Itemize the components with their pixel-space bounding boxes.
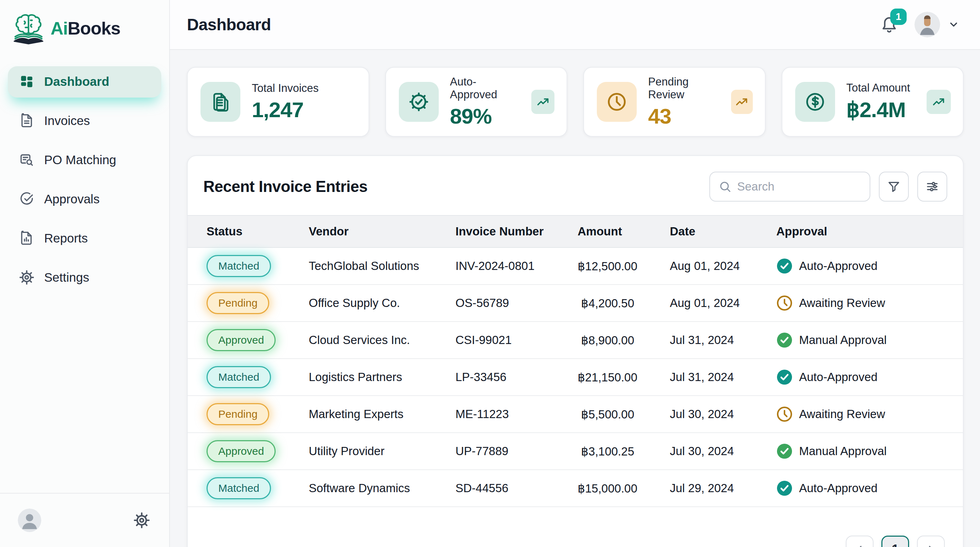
approval-status-icon xyxy=(776,406,793,422)
user-avatar[interactable] xyxy=(18,509,41,532)
gear-icon xyxy=(19,270,34,285)
gear-icon[interactable] xyxy=(134,512,150,528)
approval-label: Manual Approval xyxy=(799,333,887,347)
stat-card-pending-review: Pending Review 43 xyxy=(583,67,765,137)
table-row[interactable]: Matched Logistics Partners LP-33456 ฿21,… xyxy=(188,359,963,396)
check-circle-filled-icon xyxy=(776,369,793,385)
stat-label: Auto-Approved xyxy=(450,75,520,101)
check-circle-filled-icon xyxy=(776,258,793,274)
col-header-vendor: Vendor xyxy=(309,225,455,238)
stat-card-total-invoices: Total Invoices 1,247 xyxy=(187,67,369,137)
table-row[interactable]: Approved Cloud Services Inc. CSI-99021 ฿… xyxy=(188,322,963,359)
amount-cell: ฿12,500.00 xyxy=(578,259,670,273)
main-content: Total Invoices 1,247 Auto-Approved 89% xyxy=(170,50,980,547)
top-header: Dashboard 1 xyxy=(170,0,980,50)
sidebar-item-label: Invoices xyxy=(44,114,90,128)
recent-invoices-panel: Recent Invoice Entries Status Vendor Inv… xyxy=(187,155,964,547)
page-1-button[interactable]: 1 xyxy=(881,536,909,547)
approval-status-icon xyxy=(776,332,793,348)
advanced-filter-button[interactable] xyxy=(917,172,947,202)
stat-card-total-amount: Total Amount ฿2.4M xyxy=(782,67,964,137)
pagination: 1 xyxy=(188,507,963,547)
user-menu[interactable] xyxy=(915,12,959,37)
approval-label: Auto-Approved xyxy=(799,259,877,273)
col-header-invoice-number: Invoice Number xyxy=(455,225,578,238)
badge-check-icon xyxy=(399,82,439,122)
stat-value: 1,247 xyxy=(252,98,319,122)
table-row[interactable]: Matched Software Dynamics SD-44556 ฿15,0… xyxy=(188,470,963,507)
approval-cell: Auto-Approved xyxy=(776,480,963,496)
date-cell: Jul 31, 2024 xyxy=(670,333,776,347)
amount-cell: ฿21,150.00 xyxy=(578,370,670,384)
next-page-button[interactable] xyxy=(917,536,945,547)
previous-page-button[interactable] xyxy=(846,536,873,547)
col-header-amount: Amount xyxy=(578,225,670,238)
invoice-number-cell: INV-2024-0801 xyxy=(455,259,578,273)
approval-cell: Awaiting Review xyxy=(776,406,963,422)
sidebar-item-invoices[interactable]: Invoices xyxy=(8,105,161,137)
invoice-file-icon xyxy=(19,113,34,128)
table-row[interactable]: Pending Marketing Experts ME-11223 ฿5,50… xyxy=(188,396,963,433)
approval-label: Auto-Approved xyxy=(799,482,877,495)
stat-value: 43 xyxy=(648,104,720,129)
approval-status-icon xyxy=(776,369,793,385)
status-badge: Pending xyxy=(207,403,269,425)
approval-status-icon xyxy=(776,258,793,274)
vendor-cell: Office Supply Co. xyxy=(309,296,455,310)
approval-status-icon xyxy=(776,295,793,311)
vendor-cell: Utility Provider xyxy=(309,444,455,458)
trend-up-icon xyxy=(531,90,554,114)
approval-label: Auto-Approved xyxy=(799,370,877,384)
panel-title: Recent Invoice Entries xyxy=(203,178,368,196)
dashboard-grid-icon xyxy=(19,74,34,89)
status-badge: Approved xyxy=(207,440,275,462)
amount-cell: ฿5,500.00 xyxy=(578,407,670,421)
amount-cell: ฿4,200.50 xyxy=(578,296,670,310)
invoice-number-cell: CSI-99021 xyxy=(455,333,578,347)
app-name: AiBooks xyxy=(51,18,120,39)
sidebar-item-dashboard[interactable]: Dashboard xyxy=(8,65,161,98)
date-cell: Jul 29, 2024 xyxy=(670,482,776,495)
filter-button[interactable] xyxy=(879,172,909,202)
status-badge: Matched xyxy=(207,255,271,277)
stat-value: ฿2.4M xyxy=(846,97,910,122)
app-logo[interactable]: AiBooks xyxy=(0,0,169,45)
sidebar-item-settings[interactable]: Settings xyxy=(8,261,161,293)
approval-label: Manual Approval xyxy=(799,444,887,458)
dollar-circle-icon xyxy=(795,82,835,122)
invoice-number-cell: ME-11223 xyxy=(455,407,578,421)
status-badge: Matched xyxy=(207,477,271,499)
stat-label: Total Invoices xyxy=(252,82,319,95)
clock-outline-icon xyxy=(776,406,793,422)
sidebar-item-approvals[interactable]: Approvals xyxy=(8,183,161,215)
approval-status-icon xyxy=(776,443,793,460)
funnel-filter-icon xyxy=(887,180,901,194)
po-matching-search-icon xyxy=(19,153,34,167)
invoice-number-cell: SD-44556 xyxy=(455,482,578,495)
clock-outline-icon xyxy=(776,295,793,311)
trend-up-icon xyxy=(927,90,951,114)
sidebar-item-reports[interactable]: Reports xyxy=(8,222,161,254)
search-icon xyxy=(719,180,732,193)
amount-cell: ฿15,000.00 xyxy=(578,482,670,495)
table-row[interactable]: Pending Office Supply Co. OS-56789 ฿4,20… xyxy=(188,285,963,322)
vendor-cell: Software Dynamics xyxy=(309,482,455,495)
amount-cell: ฿8,900.00 xyxy=(578,333,670,347)
status-badge: Matched xyxy=(207,366,271,388)
date-cell: Jul 31, 2024 xyxy=(670,370,776,384)
chevron-left-icon xyxy=(854,544,865,547)
sidebar-nav: Dashboard Invoices PO Matching Approvals xyxy=(0,65,169,293)
sidebar-item-po-matching[interactable]: PO Matching xyxy=(8,144,161,176)
sidebar-item-label: Reports xyxy=(44,231,88,245)
approval-status-icon xyxy=(776,480,793,496)
table-row[interactable]: Matched TechGlobal Solutions INV-2024-08… xyxy=(188,248,963,285)
date-cell: Aug 01, 2024 xyxy=(670,259,776,273)
notifications-button[interactable]: 1 xyxy=(880,15,898,34)
table-row[interactable]: Approved Utility Provider UP-77889 ฿3,10… xyxy=(188,433,963,470)
notification-badge: 1 xyxy=(890,8,907,25)
sidebar-item-label: Dashboard xyxy=(44,75,109,89)
stat-value: 89% xyxy=(450,104,520,129)
approval-cell: Auto-Approved xyxy=(776,258,963,274)
stacked-documents-icon xyxy=(200,82,240,122)
search-input[interactable] xyxy=(737,180,861,193)
